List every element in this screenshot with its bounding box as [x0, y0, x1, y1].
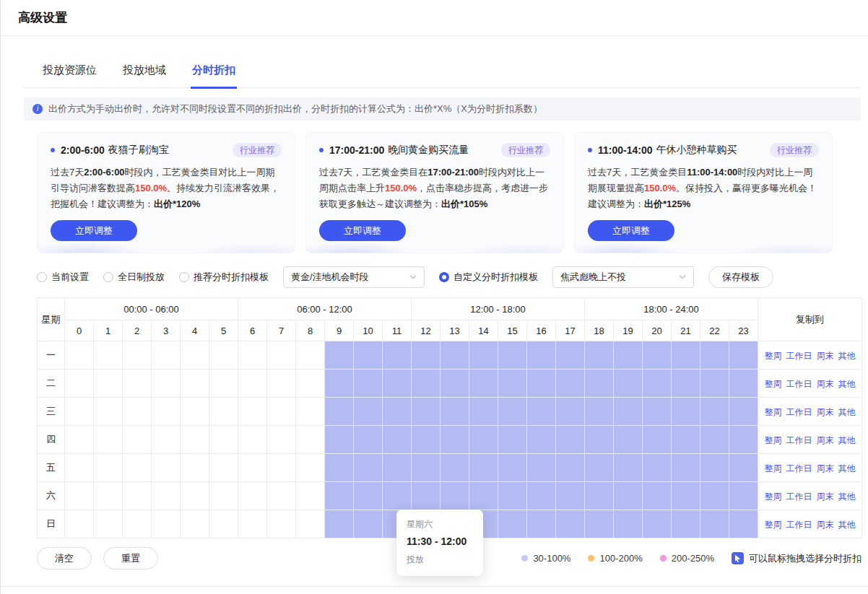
slot-day6-hour13[interactable]: [440, 482, 469, 510]
slot-day7-hour20[interactable]: [643, 510, 672, 538]
slot-day2-hour22[interactable]: [700, 370, 729, 398]
slot-day3-hour19[interactable]: [614, 398, 643, 426]
slot-day2-hour6[interactable]: [238, 370, 267, 398]
slot-day5-hour19[interactable]: [614, 454, 643, 482]
radio-custom-template[interactable]: 自定义分时折扣模板: [439, 271, 538, 284]
slot-day7-hour5[interactable]: [209, 510, 238, 538]
slot-day4-hour12[interactable]: [412, 426, 440, 454]
slot-day4-hour21[interactable]: [672, 426, 700, 454]
slot-day6-hour10[interactable]: [354, 482, 383, 510]
slot-day3-hour14[interactable]: [469, 398, 498, 426]
slot-day3-hour18[interactable]: [585, 398, 614, 426]
adjust-now-button[interactable]: 立即调整: [51, 220, 137, 241]
slot-day1-hour10[interactable]: [354, 341, 383, 370]
copy-link-weekend[interactable]: 周末: [817, 379, 834, 389]
slot-day5-hour22[interactable]: [700, 454, 729, 482]
slot-day1-hour18[interactable]: [585, 341, 614, 370]
slot-day1-hour8[interactable]: [296, 341, 325, 370]
slot-day5-hour20[interactable]: [643, 454, 672, 482]
slot-day4-hour23[interactable]: [729, 426, 758, 454]
copy-link-weekend[interactable]: 周末: [817, 463, 834, 473]
slot-day2-hour9[interactable]: [325, 370, 354, 398]
slot-day6-hour16[interactable]: [527, 482, 556, 510]
clear-button[interactable]: 清空: [37, 547, 92, 569]
slot-day6-hour22[interactable]: [700, 482, 729, 510]
copy-link-week[interactable]: 整周: [765, 407, 782, 417]
slot-day5-hour21[interactable]: [672, 454, 700, 482]
slot-day4-hour13[interactable]: [440, 426, 469, 454]
slot-day4-hour10[interactable]: [354, 426, 383, 454]
slot-day2-hour17[interactable]: [556, 370, 585, 398]
slot-day7-hour21[interactable]: [672, 510, 700, 538]
copy-link-workday[interactable]: 工作日: [786, 520, 812, 530]
slot-day5-hour13[interactable]: [440, 454, 469, 482]
slot-day6-hour0[interactable]: [65, 482, 94, 510]
copy-link-weekend[interactable]: 周末: [817, 492, 834, 502]
slot-day3-hour2[interactable]: [123, 398, 152, 426]
slot-day4-hour4[interactable]: [181, 426, 209, 454]
slot-day6-hour20[interactable]: [643, 482, 672, 510]
save-template-button[interactable]: 保存模板: [708, 266, 773, 288]
slot-day6-hour17[interactable]: [556, 482, 585, 510]
slot-day2-hour8[interactable]: [296, 370, 325, 398]
slot-day7-hour4[interactable]: [181, 510, 209, 538]
slot-day1-hour15[interactable]: [498, 341, 527, 370]
slot-day7-hour1[interactable]: [94, 510, 123, 538]
slot-day6-hour3[interactable]: [152, 482, 181, 510]
slot-day4-hour2[interactable]: [123, 426, 152, 454]
slot-day1-hour19[interactable]: [614, 341, 643, 370]
slot-day6-hour18[interactable]: [585, 482, 614, 510]
slot-day3-hour10[interactable]: [354, 398, 383, 426]
slot-day4-hour14[interactable]: [469, 426, 498, 454]
copy-link-week[interactable]: 整周: [765, 379, 782, 389]
slot-day2-hour10[interactable]: [354, 370, 383, 398]
copy-link-other[interactable]: 其他: [838, 435, 856, 445]
slot-day6-hour2[interactable]: [123, 482, 152, 510]
slot-day5-hour8[interactable]: [296, 454, 325, 482]
slot-day4-hour0[interactable]: [65, 426, 94, 454]
slot-day3-hour7[interactable]: [267, 398, 296, 426]
slot-day2-hour19[interactable]: [614, 370, 643, 398]
slot-day5-hour23[interactable]: [729, 454, 758, 482]
slot-day1-hour23[interactable]: [729, 341, 758, 370]
slot-day6-hour7[interactable]: [267, 482, 296, 510]
slot-day3-hour1[interactable]: [94, 398, 123, 426]
slot-day1-hour4[interactable]: [181, 341, 209, 370]
slot-day2-hour7[interactable]: [267, 370, 296, 398]
slot-day1-hour12[interactable]: [412, 341, 440, 370]
slot-day3-hour6[interactable]: [238, 398, 267, 426]
slot-day7-hour3[interactable]: [152, 510, 181, 538]
slot-day4-hour7[interactable]: [267, 426, 296, 454]
slot-day6-hour6[interactable]: [238, 482, 267, 510]
copy-link-weekend[interactable]: 周末: [817, 435, 834, 445]
slot-day4-hour11[interactable]: [383, 426, 412, 454]
slot-day1-hour3[interactable]: [152, 341, 181, 370]
slot-day2-hour2[interactable]: [123, 370, 152, 398]
copy-link-week[interactable]: 整周: [765, 520, 782, 530]
slot-day1-hour0[interactable]: [65, 341, 94, 370]
slot-day5-hour14[interactable]: [469, 454, 498, 482]
slot-day2-hour14[interactable]: [469, 370, 498, 398]
slot-day7-hour6[interactable]: [238, 510, 267, 538]
slot-day2-hour12[interactable]: [412, 370, 440, 398]
slot-day7-hour9[interactable]: [325, 510, 354, 538]
copy-link-workday[interactable]: 工作日: [786, 407, 812, 417]
slot-day6-hour15[interactable]: [498, 482, 527, 510]
slot-day3-hour4[interactable]: [181, 398, 209, 426]
slot-day7-hour2[interactable]: [123, 510, 152, 538]
slot-day5-hour0[interactable]: [65, 454, 94, 482]
slot-day6-hour19[interactable]: [614, 482, 643, 510]
copy-link-week[interactable]: 整周: [765, 351, 782, 361]
slot-day1-hour13[interactable]: [440, 341, 469, 370]
radio-all-day[interactable]: 全日制投放: [103, 271, 165, 284]
slot-day4-hour16[interactable]: [527, 426, 556, 454]
slot-day7-hour15[interactable]: [498, 510, 527, 538]
copy-link-weekend[interactable]: 周末: [817, 520, 834, 530]
slot-day4-hour17[interactable]: [556, 426, 585, 454]
copy-link-workday[interactable]: 工作日: [786, 435, 812, 445]
slot-day1-hour17[interactable]: [556, 341, 585, 370]
slot-day3-hour16[interactable]: [527, 398, 556, 426]
slot-day5-hour12[interactable]: [412, 454, 440, 482]
slot-day7-hour7[interactable]: [267, 510, 296, 538]
slot-day6-hour12[interactable]: [412, 482, 440, 510]
